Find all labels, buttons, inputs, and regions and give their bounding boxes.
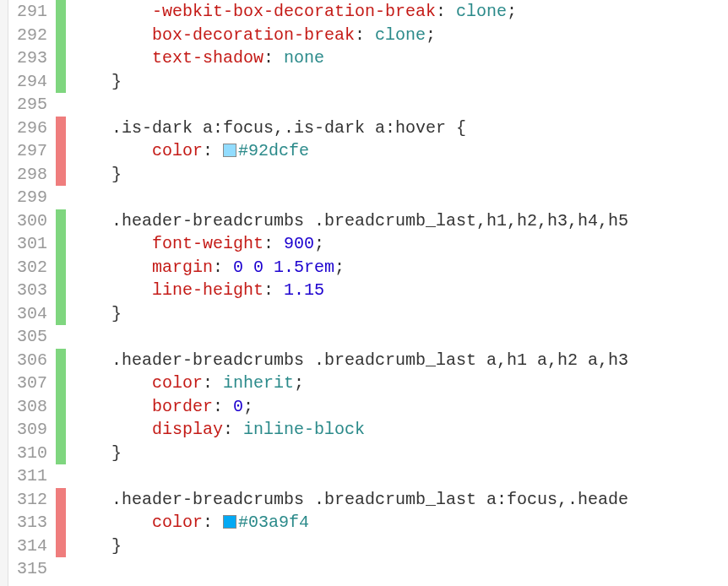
diff-marker-added (56, 372, 66, 395)
line-number: 302 (8, 256, 47, 279)
diff-marker-added (56, 279, 66, 302)
token-punc: } (111, 165, 122, 184)
token-punc: : (213, 397, 233, 416)
token-sel: .header-breadcrumbs .breadcrumb_last a:f… (111, 490, 628, 509)
indent (71, 513, 152, 532)
token-val-num: 0 (233, 397, 243, 416)
indent (71, 536, 111, 556)
diff-marker-added (56, 0, 66, 24)
indent (71, 420, 152, 439)
indent (71, 2, 152, 21)
diff-marker-removed (56, 511, 66, 534)
code-line[interactable]: text-shadow: none (71, 46, 728, 70)
line-number: 293 (8, 46, 47, 70)
code-line[interactable] (71, 186, 728, 209)
indent (71, 258, 152, 277)
diff-marker-none (56, 464, 66, 488)
indent (71, 304, 111, 323)
indent (71, 118, 111, 138)
line-number: 310 (8, 442, 47, 465)
code-line[interactable]: color: #03a9f4 (71, 511, 728, 534)
code-line[interactable]: .header-breadcrumbs .breadcrumb_last,h1,… (71, 209, 728, 233)
code-line[interactable] (71, 557, 728, 581)
code-line[interactable]: } (71, 302, 728, 326)
token-val-num: 900 (284, 234, 314, 253)
token-punc: : (203, 513, 223, 532)
editor-left-margin (0, 0, 8, 586)
token-prop: color (152, 373, 203, 393)
line-number: 304 (8, 302, 47, 326)
token-punc: : (203, 373, 223, 393)
color-swatch-icon (223, 144, 236, 157)
code-line[interactable]: } (71, 70, 728, 94)
token-val-kw: inline-block (243, 420, 365, 439)
code-line[interactable]: margin: 0 0 1.5rem; (71, 256, 728, 279)
line-number: 299 (8, 186, 47, 209)
diff-marker-removed (56, 139, 66, 163)
diff-marker-added (56, 46, 66, 70)
token-punc: ; (243, 397, 253, 416)
code-line[interactable]: border: 0; (71, 395, 728, 419)
line-number: 303 (8, 279, 47, 302)
code-line[interactable]: color: #92dcfe (71, 139, 728, 163)
line-number: 315 (8, 557, 47, 581)
indent (71, 397, 152, 416)
code-line[interactable]: font-weight: 900; (71, 232, 728, 256)
indent (71, 373, 152, 393)
token-punc: ; (314, 234, 324, 253)
token-punc: ; (334, 258, 345, 277)
diff-marker-added (56, 395, 66, 419)
token-punc: ; (294, 373, 304, 393)
code-area[interactable]: -webkit-box-decoration-break: clone; box… (66, 0, 728, 586)
code-line[interactable]: line-height: 1.15 (71, 279, 728, 302)
token-punc: : (436, 2, 456, 21)
indent (71, 165, 111, 184)
indent (71, 72, 111, 91)
code-line[interactable]: .header-breadcrumbs .breadcrumb_last a:f… (71, 488, 728, 512)
line-number-gutter: 2912922932942952962972982993003013023033… (8, 0, 56, 586)
indent (71, 25, 152, 45)
indent (71, 443, 111, 463)
code-line[interactable]: .is-dark a:focus,.is-dark a:hover { (71, 117, 728, 140)
token-prop: line-height (152, 280, 263, 300)
diff-marker-none (56, 93, 66, 117)
line-number: 295 (8, 93, 47, 117)
token-prop: display (152, 420, 223, 439)
code-line[interactable]: } (71, 442, 728, 465)
line-number: 296 (8, 117, 47, 140)
diff-marker-added (56, 302, 66, 326)
indent (71, 211, 111, 231)
code-editor: 2912922932942952962972982993003013023033… (0, 0, 728, 586)
indent (71, 48, 152, 68)
code-line[interactable]: box-decoration-break: clone; (71, 24, 728, 47)
code-line[interactable]: display: inline-block (71, 418, 728, 442)
token-prop: margin (152, 258, 213, 277)
token-inherit: inherit (223, 373, 294, 393)
line-number: 308 (8, 395, 47, 419)
token-val-kw: clone (456, 2, 507, 21)
line-number: 313 (8, 511, 47, 534)
code-line[interactable] (71, 325, 728, 349)
code-line[interactable]: } (71, 534, 728, 558)
diff-marker-removed (56, 534, 66, 558)
line-number: 291 (8, 0, 47, 24)
line-number: 294 (8, 70, 47, 94)
diff-marker-added (56, 349, 66, 372)
code-line[interactable]: } (71, 163, 728, 187)
token-punc: } (111, 72, 122, 91)
code-line[interactable]: -webkit-box-decoration-break: clone; (71, 0, 728, 24)
line-number: 309 (8, 418, 47, 442)
token-punc: ; (426, 25, 436, 45)
line-number: 311 (8, 464, 47, 488)
token-prop: -webkit-box-decoration-break (152, 2, 436, 21)
code-line[interactable] (71, 464, 728, 488)
diff-marker-removed (56, 488, 66, 512)
diff-indicator-column (56, 0, 66, 586)
token-hex: #03a9f4 (238, 513, 309, 532)
code-line[interactable]: color: inherit; (71, 372, 728, 395)
indent (71, 234, 152, 253)
code-line[interactable] (71, 93, 728, 117)
token-prop: font-weight (152, 234, 263, 253)
token-punc: : (263, 48, 284, 68)
code-line[interactable]: .header-breadcrumbs .breadcrumb_last a,h… (71, 349, 728, 372)
